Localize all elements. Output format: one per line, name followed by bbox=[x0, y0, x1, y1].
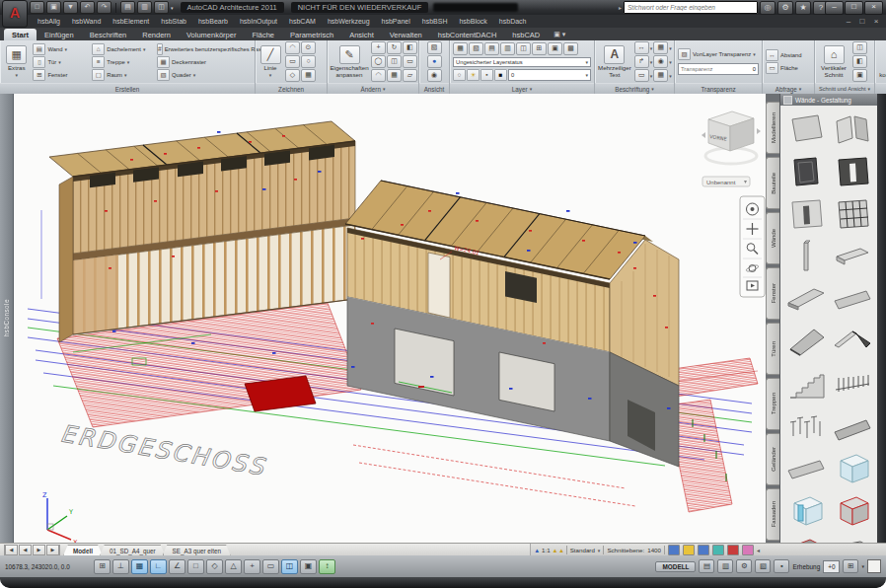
dimension-icon[interactable]: ↔ bbox=[634, 41, 649, 54]
arc-icon[interactable]: ◠ bbox=[285, 41, 300, 54]
hsbconsole-flyout-tab[interactable]: hsbConsole bbox=[0, 94, 14, 543]
trim-icon[interactable]: ◧ bbox=[403, 41, 417, 54]
palette-item-slab-stack[interactable] bbox=[830, 535, 874, 543]
marker-icon[interactable]: ◉ bbox=[653, 55, 668, 68]
tab-ansicht[interactable]: Ansicht bbox=[341, 29, 382, 40]
linie-button[interactable]: ╱ Linie▾ bbox=[258, 45, 282, 78]
surface-hatch-icon[interactable] bbox=[742, 545, 754, 555]
viewport-label[interactable]: Unbenannt bbox=[702, 177, 750, 186]
quickview-drawings-icon[interactable]: ▥ bbox=[717, 559, 733, 573]
status-tray-arrow-icon[interactable]: ◂ bbox=[757, 547, 760, 553]
dropdown-arrow-icon[interactable]: ▾ bbox=[58, 59, 61, 65]
drawing-close-icon[interactable]: × bbox=[870, 16, 882, 28]
dropdown-arrow-icon[interactable]: ▾ bbox=[127, 59, 130, 65]
palette-item-post-group[interactable] bbox=[783, 407, 828, 447]
dropdown-arrow-icon[interactable]: ▾ bbox=[124, 72, 127, 78]
tool-abstand[interactable]: ↔Abstand bbox=[766, 49, 811, 61]
ortho-toggle[interactable]: ∟ bbox=[150, 559, 167, 574]
palette-item-gable-roof[interactable] bbox=[830, 323, 874, 362]
move-icon[interactable]: + bbox=[371, 41, 386, 54]
palette-item-door-panel-dark[interactable] bbox=[783, 153, 828, 192]
view-box-icon[interactable]: ▧ bbox=[427, 41, 442, 54]
menu-item-hsbcam[interactable]: hsbCAM bbox=[283, 18, 322, 25]
mirror-icon[interactable]: ◫ bbox=[387, 55, 402, 68]
viewcube[interactable]: VORNE bbox=[701, 111, 761, 164]
redo-icon[interactable]: ↷ bbox=[97, 1, 111, 14]
layout-tab-se-a3-quer-eiten[interactable]: SE_A3 quer eiten bbox=[163, 545, 231, 556]
otrack-toggle[interactable]: ◇ bbox=[206, 559, 223, 574]
palette-header[interactable]: Wände - Gestaltung bbox=[780, 94, 877, 106]
hide-objects-icon[interactable] bbox=[683, 545, 695, 555]
tool-deckenraster[interactable]: ▦Deckenraster bbox=[157, 56, 252, 68]
palette-item-roof-edge-panel[interactable] bbox=[783, 280, 828, 320]
tool-fläche[interactable]: ▭Fläche bbox=[766, 62, 811, 74]
navigation-bar[interactable] bbox=[740, 196, 765, 297]
erase-icon[interactable]: ◯ bbox=[371, 55, 386, 68]
menu-item-hsbwand[interactable]: hsbWand bbox=[66, 18, 107, 25]
menu-item-hsbelement[interactable]: hsbElement bbox=[107, 18, 155, 25]
layer-walk-icon[interactable]: ▩ bbox=[563, 42, 578, 55]
close-button[interactable]: × bbox=[864, 1, 883, 15]
menu-item-hsbbsh[interactable]: hsbBSH bbox=[416, 18, 454, 25]
edit-xref-icon[interactable] bbox=[698, 545, 709, 555]
palette-item-flat-roof-plane[interactable] bbox=[783, 450, 828, 489]
qp-toggle[interactable]: ◫ bbox=[281, 559, 298, 574]
model-space-button[interactable]: MODELL bbox=[655, 561, 696, 572]
mtext-button[interactable]: A Mehrzeiliger Text bbox=[598, 45, 631, 78]
osnap-toggle[interactable]: □ bbox=[187, 559, 204, 574]
first-layout-icon[interactable]: ◀ bbox=[4, 545, 18, 555]
layer-isolate-icon[interactable]: ▤ bbox=[484, 42, 499, 55]
layer-match-icon[interactable]: ⊞ bbox=[532, 42, 547, 55]
favorites-icon[interactable]: ★ bbox=[795, 1, 811, 15]
fillet-icon[interactable]: ◠ bbox=[371, 69, 386, 82]
undo-icon[interactable]: ↶ bbox=[80, 1, 95, 14]
menu-item-hsballg[interactable]: hsbAllg bbox=[32, 18, 66, 25]
menu-item-hsbpanel[interactable]: hsbPanel bbox=[376, 18, 416, 25]
eigenschaften-anpassen-button[interactable]: ✎ Eigenschaften anpassen bbox=[331, 45, 368, 78]
palette-item-glass-column-box[interactable] bbox=[783, 492, 828, 532]
layer-prev-icon[interactable]: ▣ bbox=[548, 42, 562, 55]
plot-icon[interactable]: ▤ bbox=[120, 1, 135, 14]
qat-customize-arrow-icon[interactable]: ▾ bbox=[171, 5, 174, 11]
palette-tab-fassaden[interactable]: Fassaden bbox=[766, 488, 779, 541]
palette-tab-wände[interactable]: Wände bbox=[766, 212, 779, 264]
tab-verwalten[interactable]: Verwalten bbox=[382, 29, 430, 40]
annotation-scale-value[interactable]: 1:1 bbox=[542, 547, 551, 553]
layout-tab-01-sd-a4-quer[interactable]: 01_SD_A4_quer bbox=[100, 545, 166, 556]
palette-tab-geländer[interactable]: Geländer bbox=[766, 433, 779, 485]
tab-einfügen[interactable]: Einfügen bbox=[37, 29, 82, 40]
drawing-minimize-icon[interactable]: – bbox=[843, 16, 854, 28]
tool-fenster[interactable]: ⊞Fenster bbox=[33, 69, 89, 81]
dropdown-arrow-icon[interactable]: ▾ bbox=[65, 46, 68, 52]
menu-item-hsbstab[interactable]: hsbStab bbox=[155, 18, 192, 25]
palette-tab-bauteile[interactable]: Bauteile bbox=[766, 157, 779, 209]
current-layer-dropdown[interactable]: 0▾ bbox=[508, 69, 591, 81]
layout-tab-modell[interactable]: Modell bbox=[63, 545, 103, 556]
palette-item-wall-panel[interactable] bbox=[783, 110, 828, 150]
tab-parametrisch[interactable]: Parametrisch bbox=[282, 29, 341, 40]
lock-icon[interactable]: ▪ bbox=[480, 69, 493, 81]
minimize-button[interactable]: – bbox=[825, 1, 844, 15]
layer-state-dropdown[interactable]: Ungesicherter Layerstatus▾ bbox=[453, 57, 591, 67]
display-config-dropdown[interactable]: Standard bbox=[570, 547, 595, 553]
tool-wand[interactable]: ▤Wand▾ bbox=[33, 43, 89, 55]
menu-item-hsbdach[interactable]: hsbDach bbox=[493, 18, 533, 25]
sun-icon[interactable]: ☀ bbox=[467, 69, 480, 81]
palette-item-window-grid-panel[interactable] bbox=[830, 195, 874, 235]
ribbon-options-icon[interactable]: ▣ ▾ bbox=[554, 31, 565, 38]
tab-start[interactable]: Start bbox=[4, 29, 37, 40]
palette-item-stair-run[interactable] bbox=[783, 365, 828, 404]
dropdown-arrow-icon[interactable]: ▾ bbox=[193, 72, 196, 78]
circle-icon[interactable]: ⊙ bbox=[301, 41, 316, 54]
palette-tab-türen[interactable]: Türen bbox=[766, 323, 779, 375]
detail-komponenten-button[interactable]: ▤ Detail-komponenten bbox=[878, 45, 886, 78]
ducs-toggle[interactable]: △ bbox=[225, 559, 242, 574]
drawing-canvas[interactable]: W=24.01 bbox=[14, 94, 766, 543]
annotation-gear-icon[interactable]: ⚙ bbox=[736, 559, 752, 573]
save-icon[interactable]: ▼ bbox=[63, 1, 78, 14]
tool-quader[interactable]: ▧Quader▾ bbox=[157, 69, 252, 81]
search-icon[interactable]: ◎ bbox=[760, 1, 775, 15]
last-layout-icon[interactable]: ▶ bbox=[46, 545, 60, 555]
elevation-value[interactable]: +0 bbox=[823, 560, 840, 573]
palette-item-roof-plane[interactable] bbox=[830, 280, 874, 320]
